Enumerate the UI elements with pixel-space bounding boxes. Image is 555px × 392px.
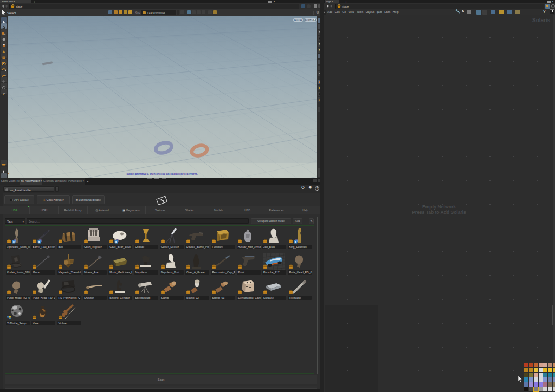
svg-text:Select primitives, then choose: Select primitives, then choose an operat… xyxy=(126,172,198,175)
